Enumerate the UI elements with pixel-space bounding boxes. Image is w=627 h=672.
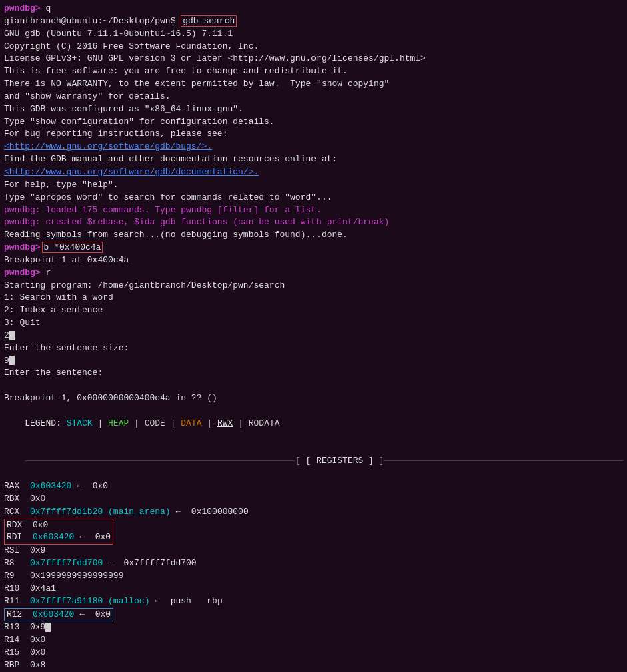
- registers-header-text: [ REGISTERS ]: [306, 456, 374, 466]
- cursor-1: [9, 331, 15, 340]
- reg-dashes-left: ────────────────────────────────────────…: [25, 456, 295, 466]
- reg-rbx: RBX 0x0: [4, 493, 623, 506]
- line-3: GNU gdb (Ubuntu 7.11.1-0ubuntu1~16.5) 7.…: [4, 28, 623, 41]
- line-10: Type "show configuration" for configurat…: [4, 116, 623, 129]
- reg-rsi: RSI 0x9: [4, 545, 623, 557]
- reg-rax: RAX 0x603420 ← 0x0: [4, 480, 623, 493]
- gdb-search-cmd: gdb search: [181, 15, 237, 27]
- cmd-1: q: [45, 3, 51, 13]
- registers-header-line: ────────────────────────────────────────…: [4, 443, 623, 481]
- r12-highlight: R12 0x603420 ← 0x0: [4, 608, 113, 622]
- reg-r14: R14 0x0: [4, 634, 623, 647]
- line-1: pwndbg> q: [4, 3, 623, 15]
- rdx-rdi-highlight: RDX 0x0 RDI 0x603420 ← 0x0: [4, 519, 113, 545]
- line-13: Find the GDB manual and other documentat…: [4, 153, 623, 166]
- line-blank: [4, 380, 623, 392]
- line-4: Copyright (C) 2016 Free Software Foundat…: [4, 41, 623, 53]
- line-14: <http://www.gnu.org/software/gdb/documen…: [4, 166, 623, 179]
- line-breakpoint-result: Breakpoint 1 at 0x400c4a: [4, 254, 623, 267]
- line-5: License GPLv3+: GNU GPL version 3 or lat…: [4, 53, 623, 65]
- cursor-2: [9, 356, 15, 365]
- prompt-1: pwndbg>: [4, 3, 45, 13]
- reg-r8: R8 0x7ffff7fdd700 ← 0x7ffff7fdd700: [4, 557, 623, 570]
- reg-r9: R9 0x1999999999999999: [4, 570, 623, 583]
- line-menu-3: 3: Quit: [4, 317, 623, 330]
- reg-r15: R15 0x0: [4, 647, 623, 659]
- line-input-2: 2: [4, 330, 623, 342]
- line-reading: Reading symbols from search...(no debugg…: [4, 229, 623, 242]
- cursor-r13: [45, 623, 51, 632]
- line-starting: Starting program: /home/giantbranch/Desk…: [4, 280, 623, 292]
- line-7: There is NO WARRANTY, to the extent perm…: [4, 78, 623, 91]
- reg-r11: R11 0x7ffff7a91180 (malloc) ← push rbp: [4, 595, 623, 608]
- reg-r12: R12 0x603420 ← 0x0: [7, 609, 111, 621]
- reg-rdi: RDI 0x603420 ← 0x0: [7, 531, 111, 544]
- line-16: Type "apropos word" to search for comman…: [4, 192, 623, 204]
- line-pwndbg-2: pwndbg: created $rebase, $ida gdb functi…: [4, 216, 623, 229]
- reg-rdx: RDX 0x0: [7, 519, 111, 532]
- line-menu-1: 1: Search with a word: [4, 292, 623, 304]
- line-breakpoint-cmd: pwndbg>b *0x400c4a: [4, 242, 623, 254]
- line-run-cmd: pwndbg> r: [4, 267, 623, 280]
- line-breakpoint-hit: Breakpoint 1, 0x0000000000400c4a in ?? (…: [4, 392, 623, 405]
- reg-r10: R10 0x4a1: [4, 583, 623, 595]
- line-6: This is free software: you are free to c…: [4, 65, 623, 78]
- breakpoint-cmd: b *0x400c4a: [42, 242, 103, 253]
- reg-rcx: RCX 0x7ffff7dd1b20 (main_arena) ← 0x1000…: [4, 506, 623, 519]
- terminal-window: pwndbg> q giantbranch@ubuntu:~/Desktop/p…: [0, 0, 627, 672]
- line-pwndbg-1: pwndbg: loaded 175 commands. Type pwndbg…: [4, 204, 623, 217]
- line-8: and "show warranty" for details.: [4, 91, 623, 103]
- line-sentence-prompt: Enter the sentence:: [4, 367, 623, 380]
- line-12: <http://www.gnu.org/software/gdb/bugs/>.: [4, 141, 623, 153]
- line-sentence-size-prompt: Enter the sentence size:: [4, 342, 623, 355]
- line-15: For help, type "help".: [4, 179, 623, 192]
- reg-rbp: RBP 0x8: [4, 659, 623, 672]
- line-2: giantbranch@ubuntu:~/Desktop/pwn$ gdb se…: [4, 15, 623, 28]
- legend-line: LEGEND: STACK | HEAP | CODE | DATA | RWX…: [4, 405, 623, 443]
- reg-dashes-right: ────────────────────────────────────────…: [384, 456, 624, 466]
- line-9: This GDB was configured as "x86_64-linux…: [4, 103, 623, 116]
- line-menu-2: 2: Index a sentence: [4, 304, 623, 317]
- line-11: For bug reporting instructions, please s…: [4, 128, 623, 141]
- line-input-9: 9: [4, 355, 623, 368]
- reg-r13: R13 0x9: [4, 621, 623, 634]
